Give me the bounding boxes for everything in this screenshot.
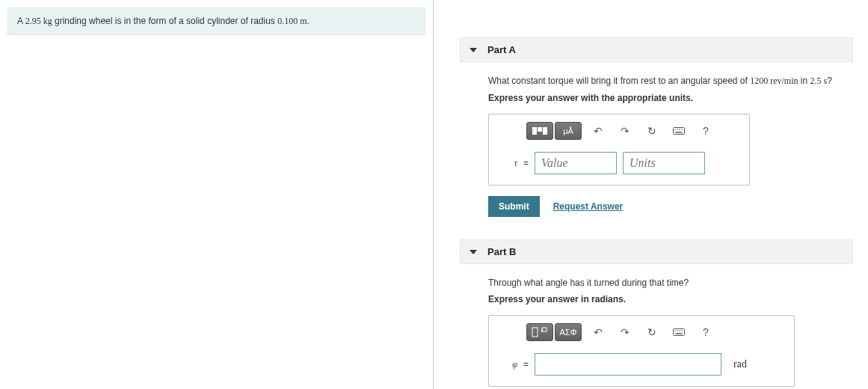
part-b-question: Through what angle has it turned during … [488,278,853,288]
problem-column: A 2.95 kg grinding wheel is in the form … [0,0,434,389]
part-a-answer-panel: μÅ ↶ ↷ ↻ ? τ = [488,114,750,186]
part-a-body: What constant torque will bring it from … [460,76,853,217]
redo-button[interactable]: ↷ [615,122,635,140]
part-a-header[interactable]: Part A [460,37,853,62]
greek-button[interactable]: ΑΣΦ [555,323,582,341]
svg-rect-6 [532,328,538,337]
qa-mid: in [798,76,810,86]
keyboard-icon [673,127,685,135]
keyboard-icon [673,328,685,336]
part-a-express: Express your answer with the appropriate… [488,93,853,103]
templates-icon [532,127,547,135]
undo-button[interactable]: ↶ [588,122,609,140]
part-a-title: Part A [487,44,516,55]
part-b-header[interactable]: Part B [460,239,853,264]
parts-column: Part A What constant torque will bring i… [434,0,868,389]
part-a-input-row: τ = [499,152,739,174]
units-button[interactable]: μÅ [555,122,582,140]
part-a-toolbar: μÅ ↶ ↷ ↻ ? [526,122,739,140]
help-button[interactable]: ? [695,122,716,140]
problem-statement: A 2.95 kg grinding wheel is in the form … [7,7,425,35]
phi-input[interactable] [535,353,721,376]
units-input[interactable] [623,152,705,174]
problem-text-b: grinding wheel is in the form of a solid… [52,16,277,26]
part-b-title: Part B [487,246,516,257]
request-answer-link-a[interactable]: Request Answer [553,201,624,212]
keyboard-button-b[interactable] [668,323,689,341]
submit-button-a[interactable]: Submit [488,196,540,217]
layout: A 2.95 kg grinding wheel is in the form … [0,0,868,389]
part-a-question: What constant torque will bring it from … [488,76,853,87]
svg-rect-0 [674,128,685,135]
help-button-b[interactable]: ? [695,323,716,341]
rad-unit: rad [733,358,747,370]
redo-button-b[interactable]: ↷ [615,323,635,341]
equals-b: = [523,359,529,370]
svg-rect-9 [674,329,685,336]
reset-button[interactable]: ↻ [641,122,662,140]
qa-post: ? [827,76,832,86]
part-a-actions: Submit Request Answer [488,196,853,217]
problem-radius: 0.100 m [277,16,307,26]
problem-text-c: . [307,16,310,26]
value-input[interactable] [535,152,617,174]
tau-label: τ [499,158,517,169]
templates-icon: x [532,327,548,337]
part-b-express: Express your answer in radians. [488,294,853,304]
equals-a: = [523,158,529,168]
keyboard-button[interactable] [668,122,689,140]
part-a-section: Part A What constant torque will bring i… [460,37,853,217]
part-b-section: Part B Through what angle has it turned … [460,239,853,389]
part-b-body: Through what angle has it turned during … [460,278,853,389]
part-b-input-row: φ = rad [499,353,784,376]
qa-time: 2.5 s [810,76,828,86]
caret-down-icon [470,250,477,254]
templates-button[interactable] [526,122,553,140]
part-b-answer-panel: x ΑΣΦ ↶ ↷ ↻ ? φ = [488,315,795,387]
templates-button-b[interactable]: x [526,323,553,341]
reset-button-b[interactable]: ↻ [641,323,662,341]
caret-down-icon [470,48,477,52]
qa-val: 1200 rev/min [750,76,798,86]
problem-text-a: A [17,16,25,26]
phi-label: φ [499,359,517,370]
part-b-toolbar: x ΑΣΦ ↶ ↷ ↻ ? [526,323,784,341]
qa-pre: What constant torque will bring it from … [488,76,750,86]
undo-button-b[interactable]: ↶ [588,323,609,341]
problem-mass: 2.95 kg [25,16,52,26]
